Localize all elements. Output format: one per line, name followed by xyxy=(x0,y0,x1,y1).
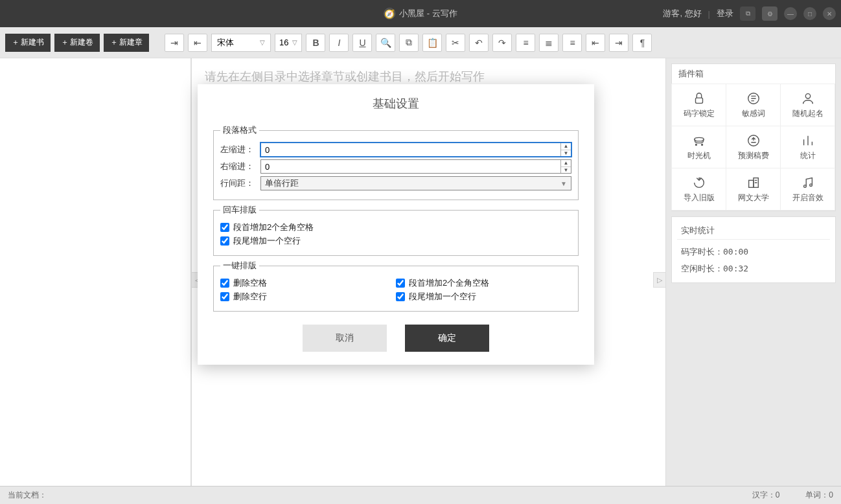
copy-icon[interactable]: ⧉ xyxy=(399,34,419,52)
dialog-title: 基础设置 xyxy=(198,84,594,120)
plugin-university[interactable]: 网文大学 xyxy=(726,168,781,211)
undo-icon[interactable]: ↶ xyxy=(469,34,489,52)
format-fieldset: 一键排版 删除空格 删除空行 段首增加2个全角空格 段尾增加一个空行 xyxy=(213,260,579,312)
maximize-icon[interactable]: □ xyxy=(803,7,816,20)
ok-button[interactable]: 确定 xyxy=(405,325,489,352)
font-size-select[interactable]: 16▽ xyxy=(275,34,302,52)
add-blankline-checkbox[interactable] xyxy=(396,292,405,301)
font-family-select[interactable]: 宋体▽ xyxy=(211,34,271,52)
layout-toggle-icon[interactable]: ⧉ xyxy=(740,6,755,21)
enter-fieldset: 回车排版 段首增加2个全角空格 段尾增加一个空行 xyxy=(213,204,579,256)
import-icon[interactable]: ⇥ xyxy=(165,34,184,52)
paste-icon[interactable]: 📋 xyxy=(422,34,442,52)
idle-time: 00:32 xyxy=(723,264,748,273)
paragraph-fieldset: 段落格式 左缩进： ▲▼ 右缩进： ▲▼ 行间距： 单倍行距▼ xyxy=(213,124,579,200)
indent-increase-icon[interactable]: ⇥ xyxy=(609,34,628,52)
word-count: 单词：0 xyxy=(805,490,833,501)
spin-down-icon[interactable]: ▼ xyxy=(561,150,571,157)
redo-icon[interactable]: ↷ xyxy=(492,34,512,52)
app-icon: 🧭 xyxy=(384,8,395,19)
close-icon[interactable]: ✕ xyxy=(823,7,836,20)
current-doc-label: 当前文档： xyxy=(8,490,47,501)
hanzi-count: 汉字：0 xyxy=(752,490,780,501)
guest-label: 游客, 您好 xyxy=(663,8,701,19)
align-right-icon[interactable]: ≡ xyxy=(562,34,582,52)
plugin-sensitive[interactable]: 敏感词 xyxy=(726,84,781,126)
underline-icon[interactable]: U xyxy=(352,34,372,52)
titlebar: 🧭 小黑屋 - 云写作 游客, 您好 | 登录 ⧉ ⚙ — □ ✕ xyxy=(0,0,841,27)
plugin-sound[interactable]: 开启音效 xyxy=(780,168,835,211)
plugin-box-title: 插件箱 xyxy=(672,64,835,84)
plugin-stats[interactable]: 统计 xyxy=(780,126,835,168)
live-stats: 实时统计 码字时长：00:00 空闲时长：00:32 xyxy=(671,216,836,283)
next-chapter-button[interactable]: ▷ xyxy=(653,272,666,288)
export-icon[interactable]: ⇤ xyxy=(188,34,207,52)
settings-icon[interactable]: ⚙ xyxy=(762,6,778,21)
enter-indent-checkbox[interactable] xyxy=(220,223,229,232)
plugin-fee[interactable]: 预测稿费 xyxy=(726,126,781,168)
right-indent-input[interactable]: ▲▼ xyxy=(260,159,571,174)
line-spacing-select[interactable]: 单倍行距▼ xyxy=(260,176,571,190)
spin-up-icon[interactable]: ▲ xyxy=(561,143,571,150)
left-indent-input[interactable]: ▲▼ xyxy=(260,143,571,157)
svg-rect-7 xyxy=(748,180,753,187)
svg-point-10 xyxy=(809,183,812,186)
svg-point-2 xyxy=(805,93,810,98)
login-link[interactable]: 登录 xyxy=(717,8,733,19)
new-volume-button[interactable]: ＋新建卷 xyxy=(54,34,100,52)
svg-point-4 xyxy=(695,144,697,145)
basic-settings-dialog: 基础设置 段落格式 左缩进： ▲▼ 右缩进： ▲▼ 行间距： 单倍行距▼ 回车排… xyxy=(198,84,594,365)
spin-down-icon[interactable]: ▼ xyxy=(561,167,571,174)
new-chapter-button[interactable]: ＋新建章 xyxy=(104,34,149,52)
cancel-button[interactable]: 取消 xyxy=(303,325,387,352)
live-stats-title: 实时统计 xyxy=(677,222,830,240)
main-toolbar: ＋新建书 ＋新建卷 ＋新建章 ⇥ ⇤ 宋体▽ 16▽ B I U 🔍 ⧉ 📋 ✂… xyxy=(0,27,841,58)
align-left-icon[interactable]: ≡ xyxy=(516,34,535,52)
cut-icon[interactable]: ✂ xyxy=(446,34,465,52)
editor-placeholder: 请先在左侧目录中选择章节或创建书目，然后开始写作 xyxy=(205,70,485,83)
plugin-import[interactable]: 导入旧版 xyxy=(671,168,726,211)
enter-blankline-checkbox[interactable] xyxy=(220,236,229,246)
italic-icon[interactable]: I xyxy=(329,34,349,52)
typing-time: 00:00 xyxy=(723,247,748,257)
svg-point-5 xyxy=(701,144,702,145)
format-icon[interactable]: ¶ xyxy=(632,34,652,52)
statusbar: 当前文档： 汉字：0 单词：0 xyxy=(0,486,841,504)
svg-rect-0 xyxy=(695,98,702,103)
svg-point-3 xyxy=(694,137,704,141)
new-book-button[interactable]: ＋新建书 xyxy=(5,34,51,52)
search-icon[interactable]: 🔍 xyxy=(376,34,395,52)
spin-up-icon[interactable]: ▲ xyxy=(561,160,571,167)
app-title: 小黑屋 - 云写作 xyxy=(399,8,457,19)
minimize-icon[interactable]: — xyxy=(784,7,797,20)
plugin-box: 插件箱 码字锁定敏感词随机起名时光机预测稿费统计导入旧版网文大学开启音效 xyxy=(671,63,836,211)
outline-panel xyxy=(0,58,191,486)
add-indent-checkbox[interactable] xyxy=(396,279,405,288)
svg-point-9 xyxy=(803,185,806,187)
remove-blanklines-checkbox[interactable] xyxy=(220,292,229,301)
remove-spaces-checkbox[interactable] xyxy=(220,279,229,288)
plugin-naming[interactable]: 随机起名 xyxy=(780,84,835,126)
indent-decrease-icon[interactable]: ⇤ xyxy=(586,34,605,52)
plugin-lock[interactable]: 码字锁定 xyxy=(671,84,726,126)
plugin-timemachine[interactable]: 时光机 xyxy=(671,126,726,168)
align-center-icon[interactable]: ≣ xyxy=(539,34,559,52)
bold-icon[interactable]: B xyxy=(306,34,325,52)
